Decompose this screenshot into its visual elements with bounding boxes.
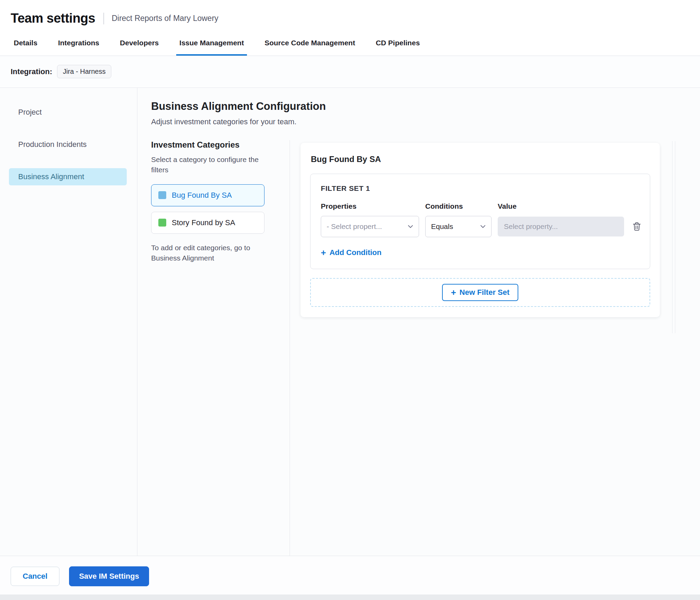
value-column-header: Value (498, 202, 624, 210)
new-filter-set-dropzone: + New Filter Set (310, 278, 650, 307)
tab-issue-management[interactable]: Issue Management (176, 33, 247, 56)
investment-categories-column: Investment Categories Select a category … (151, 140, 290, 556)
property-select[interactable]: - Select propert... (321, 216, 419, 237)
trash-icon (632, 222, 641, 231)
categories-hint: Select a category to configure the filte… (151, 154, 271, 175)
tab-developers[interactable]: Developers (117, 33, 162, 56)
plus-icon: + (321, 248, 326, 257)
header-divider (103, 13, 104, 24)
category-label: Story Found by SA (172, 218, 235, 227)
new-filter-set-label: New Filter Set (460, 288, 509, 297)
page-subtitle: Direct Reports of Mary Lowery (112, 14, 218, 23)
category-story-found-by-sa[interactable]: Story Found by SA (151, 212, 264, 234)
category-color-swatch (158, 219, 166, 227)
business-alignment-section: Business Alignment Configuration Adjust … (137, 88, 700, 556)
section-subtitle: Adjust investment categories for your te… (151, 117, 700, 126)
filter-panel-column: Bug Found By SA FILTER SET 1 Properties … (290, 140, 700, 556)
sidebar-item-production-incidents[interactable]: Production Incidents (9, 136, 127, 153)
cancel-button[interactable]: Cancel (11, 567, 59, 586)
category-label: Bug Found By SA (172, 191, 232, 200)
tab-source-code-management[interactable]: Source Code Management (261, 33, 358, 56)
add-condition-button[interactable]: + Add Condition (321, 248, 382, 257)
add-condition-label: Add Condition (329, 248, 382, 257)
integration-row: Integration: Jira - Harness (0, 56, 700, 88)
sidebar-item-project[interactable]: Project (9, 104, 127, 121)
config-card-title: Bug Found By SA (311, 154, 650, 164)
conditions-column-header: Conditions (425, 202, 492, 210)
tab-details[interactable]: Details (11, 33, 41, 56)
configuration-columns: Investment Categories Select a category … (151, 140, 700, 556)
chevron-down-icon (480, 225, 486, 228)
categories-title: Investment Categories (151, 140, 283, 150)
condition-select-value: Equals (431, 222, 453, 231)
filter-condition-grid: Properties Conditions Value - Select pro… (321, 202, 640, 237)
integration-chip[interactable]: Jira - Harness (57, 65, 111, 78)
categories-footnote: To add or edit categories, go to Busines… (151, 243, 264, 264)
delete-condition-button[interactable] (630, 220, 643, 233)
header: Team settings Direct Reports of Mary Low… (0, 0, 700, 33)
filter-set-1: FILTER SET 1 Properties Conditions Value… (310, 174, 650, 269)
category-config-card: Bug Found By SA FILTER SET 1 Properties … (301, 143, 660, 317)
category-color-swatch (158, 191, 166, 199)
scrollbar-rail[interactable] (672, 141, 675, 333)
category-list: Bug Found By SA Story Found by SA (151, 184, 283, 234)
bottom-scrollbar-track[interactable] (0, 595, 700, 600)
settings-sidenav: Project Production Incidents Business Al… (0, 88, 137, 556)
filter-set-title: FILTER SET 1 (321, 184, 640, 193)
plus-icon: + (451, 288, 456, 297)
chevron-down-icon (408, 225, 413, 228)
section-title: Business Alignment Configuration (151, 100, 700, 113)
property-select-value: - Select propert... (327, 222, 382, 231)
page-title: Team settings (11, 11, 95, 26)
integration-label: Integration: (11, 67, 52, 76)
category-bug-found-by-sa[interactable]: Bug Found By SA (151, 184, 264, 206)
footer-actions: Cancel Save IM Settings (0, 556, 700, 595)
value-input[interactable] (498, 217, 624, 236)
save-im-settings-button[interactable]: Save IM Settings (69, 566, 149, 586)
tab-cd-pipelines[interactable]: CD Pipelines (373, 33, 423, 56)
condition-select[interactable]: Equals (425, 216, 492, 237)
content-area: Project Production Incidents Business Al… (0, 88, 700, 556)
team-settings-page: Team settings Direct Reports of Mary Low… (0, 0, 700, 600)
sidebar-item-business-alignment[interactable]: Business Alignment (9, 168, 127, 185)
properties-column-header: Properties (321, 202, 419, 210)
tab-bar: Details Integrations Developers Issue Ma… (0, 33, 700, 56)
new-filter-set-button[interactable]: + New Filter Set (442, 284, 519, 301)
tab-integrations[interactable]: Integrations (55, 33, 102, 56)
